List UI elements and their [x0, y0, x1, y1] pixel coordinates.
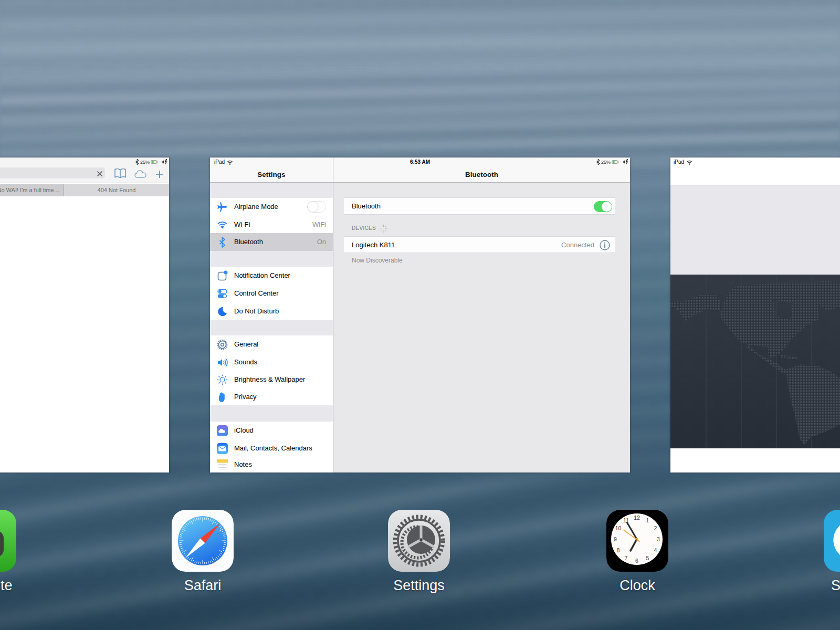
svg-text:1: 1 [646, 517, 649, 523]
svg-text:9: 9 [614, 536, 617, 542]
svg-text:4: 4 [654, 547, 657, 553]
svg-text:11: 11 [623, 517, 629, 523]
svg-text:6: 6 [635, 558, 638, 564]
svg-text:2: 2 [654, 525, 657, 531]
svg-text:7: 7 [625, 555, 628, 561]
svg-text:12: 12 [634, 514, 640, 521]
svg-text:8: 8 [617, 547, 620, 553]
svg-text:10: 10 [615, 525, 622, 531]
svg-text:3: 3 [657, 536, 660, 542]
svg-text:25%: 25% [601, 160, 611, 165]
svg-text:5: 5 [646, 555, 649, 561]
svg-text:25%: 25% [140, 160, 150, 165]
